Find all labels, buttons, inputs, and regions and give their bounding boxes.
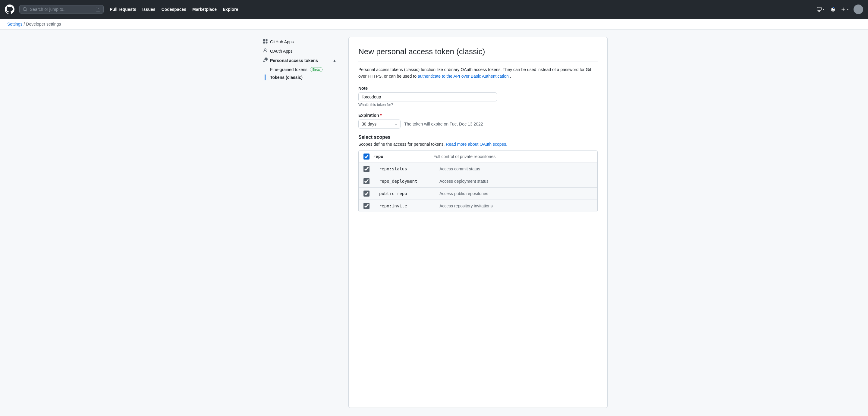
header-nav: Pull requests Issues Codespaces Marketpl… [110, 7, 811, 12]
expiration-select[interactable]: 30 days 60 days 90 days Custom No expira… [358, 119, 401, 129]
scope-name-repo-status: repo:status [373, 167, 439, 171]
nav-pull-requests[interactable]: Pull requests [110, 7, 136, 12]
search-placeholder: Search or jump to... [30, 7, 67, 12]
nav-explore[interactable]: Explore [223, 7, 238, 12]
chevron-up-icon: ▲ [333, 59, 336, 63]
header: Search or jump to... / Pull requests Iss… [0, 0, 868, 19]
scopes-desc-text: Scopes define the access for personal to… [358, 142, 446, 147]
scope-desc-repo-status: Access commit status [439, 167, 480, 171]
scope-row-public-repo: public_repo Access public repositories [359, 187, 597, 200]
search-bar[interactable]: Search or jump to... / [19, 5, 104, 13]
scope-checkbox-repo-invite[interactable] [364, 203, 370, 209]
sidebar-item-github-apps[interactable]: GitHub Apps [260, 37, 339, 46]
note-hint: What's this token for? [358, 103, 598, 107]
nav-marketplace[interactable]: Marketplace [192, 7, 217, 12]
breadcrumb-current: Developer settings [26, 22, 61, 27]
scope-checkbox-public-repo[interactable] [364, 190, 370, 197]
scope-row-repo-deployment: repo_deployment Access deployment status [359, 175, 597, 187]
main-content: New personal access token (classic) Pers… [348, 37, 608, 408]
header-actions [815, 4, 863, 14]
scope-name-repo-invite: repo:invite [373, 204, 439, 208]
sidebar-oauth-apps-label: OAuth Apps [270, 49, 293, 54]
expiration-group: Expiration * 30 days 60 days 90 days Cus… [358, 113, 598, 129]
note-label: Note [358, 86, 598, 91]
expiration-label: Expiration * [358, 113, 598, 118]
scope-name-repo-deployment: repo_deployment [373, 179, 439, 184]
scope-row-repo-invite: repo:invite Access repository invitation… [359, 200, 597, 212]
sidebar-fine-grained-label: Fine-grained tokens [270, 67, 307, 72]
nav-codespaces[interactable]: Codespaces [161, 7, 186, 12]
sidebar-item-oauth-apps[interactable]: OAuth Apps [260, 46, 339, 56]
page-title: New personal access token (classic) [358, 47, 598, 61]
scope-name-repo: repo [373, 154, 433, 159]
create-button[interactable] [840, 6, 850, 13]
key-icon [263, 58, 268, 63]
scope-desc-public-repo: Access public repositories [439, 191, 488, 196]
sidebar-tokens-classic-label: Tokens (classic) [270, 75, 303, 80]
user-avatar[interactable] [854, 4, 863, 14]
breadcrumb-settings[interactable]: Settings [7, 22, 23, 27]
description: Personal access tokens (classic) functio… [358, 66, 598, 80]
expiration-row: 30 days 60 days 90 days Custom No expira… [358, 119, 598, 129]
sidebar-fine-grained-tokens[interactable]: Fine-grained tokens Beta [268, 66, 339, 73]
scope-desc-repo-deployment: Access deployment status [439, 179, 489, 184]
notifications-button[interactable] [830, 6, 837, 13]
sidebar-tokens-classic[interactable]: Tokens (classic) [268, 73, 339, 81]
scope-desc-repo: Full control of private repositories [433, 154, 495, 159]
nav-issues[interactable]: Issues [142, 7, 156, 12]
scopes-desc: Scopes define the access for personal to… [358, 142, 598, 147]
sidebar-item-personal-access-tokens[interactable]: Personal access tokens ▲ [260, 56, 339, 65]
search-icon [23, 7, 27, 12]
scope-desc-repo-invite: Access repository invitations [439, 204, 493, 208]
description-link[interactable]: authenticate to the API over Basic Authe… [418, 74, 509, 78]
scope-row-repo-status: repo:status Access commit status [359, 163, 597, 175]
scopes-link[interactable]: Read more about OAuth scopes. [446, 142, 507, 147]
scope-row-repo: repo Full control of private repositorie… [359, 150, 597, 163]
scope-checkbox-repo-deployment[interactable] [364, 178, 370, 184]
search-slash: / [96, 7, 100, 12]
notification-dot [832, 6, 835, 9]
scope-checkbox-repo[interactable] [364, 153, 370, 160]
grid-icon [263, 39, 268, 44]
beta-badge: Beta [310, 67, 322, 72]
scopes-table: repo Full control of private repositorie… [358, 150, 598, 212]
svg-rect-0 [817, 7, 821, 10]
required-star: * [380, 113, 381, 118]
page-layout: GitHub Apps OAuth Apps Personal access t… [253, 30, 615, 415]
scopes-title: Select scopes [358, 135, 598, 140]
description-text2: . [510, 74, 511, 78]
scope-checkbox-repo-status[interactable] [364, 166, 370, 172]
sidebar-github-apps-label: GitHub Apps [270, 39, 294, 44]
sidebar-personal-access-tokens-label: Personal access tokens [270, 58, 318, 63]
github-logo[interactable] [5, 4, 14, 14]
breadcrumb: Settings / Developer settings [0, 19, 868, 30]
sidebar: GitHub Apps OAuth Apps Personal access t… [260, 37, 339, 408]
codespaces-button[interactable] [815, 6, 827, 13]
person-icon [263, 48, 268, 54]
note-input[interactable] [358, 93, 497, 101]
sidebar-sub-menu: Fine-grained tokens Beta Tokens (classic… [268, 66, 339, 81]
expiry-info: The token will expire on Tue, Dec 13 202… [404, 122, 483, 127]
scope-name-public-repo: public_repo [373, 191, 439, 196]
scopes-group: Select scopes Scopes define the access f… [358, 135, 598, 212]
note-group: Note What's this token for? [358, 86, 598, 107]
